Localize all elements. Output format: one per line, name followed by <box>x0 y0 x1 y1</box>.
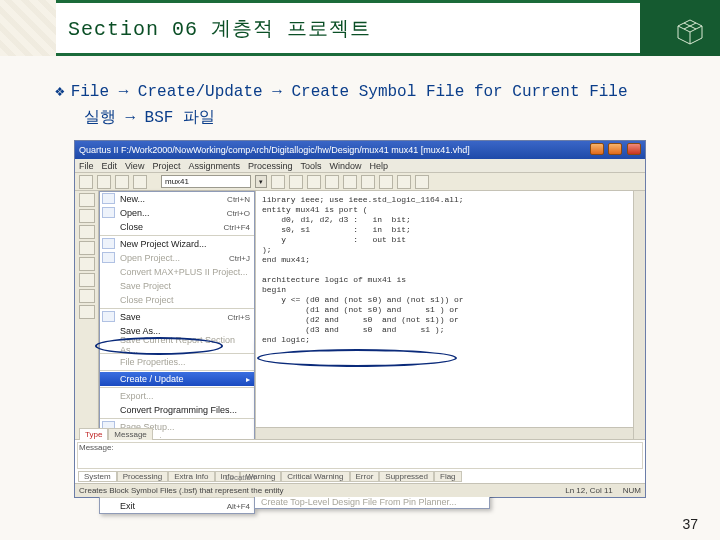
maximize-button[interactable] <box>608 143 622 155</box>
menu-help[interactable]: Help <box>370 161 389 171</box>
menu-item-label: Exit <box>120 501 135 511</box>
left-tool-icon[interactable] <box>79 225 95 239</box>
toolbar-new-icon[interactable] <box>79 175 93 189</box>
messages-tab[interactable]: Extra Info <box>168 471 214 482</box>
menu-item-icon <box>102 311 115 322</box>
left-tool-icon[interactable] <box>79 305 95 319</box>
left-tool-icon[interactable] <box>79 209 95 223</box>
file-menu-item[interactable]: Convert Programming Files... <box>100 403 254 417</box>
statusbar: Creates Block Symbol Files (.bsf) that r… <box>75 483 645 497</box>
left-tool-icon[interactable] <box>79 289 95 303</box>
menu-item-shortcut: Ctrl+S <box>228 313 250 322</box>
menu-item-shortcut: Ctrl+J <box>229 254 250 263</box>
slide-deco-left <box>0 0 56 56</box>
file-menu-item[interactable]: New Project Wizard... <box>100 237 254 251</box>
toolbar-icon[interactable] <box>415 175 429 189</box>
messages-panel: Type Message Message: SystemProcessingEx… <box>75 439 645 483</box>
menu-item-label: New... <box>120 194 145 204</box>
file-menu-item[interactable]: Create / Update▸ <box>100 372 254 386</box>
project-selector[interactable]: mux41 <box>161 175 251 188</box>
messages-tab[interactable]: Suppressed <box>379 471 434 482</box>
numlock-indicator: NUM <box>623 486 641 495</box>
file-menu-item: Save Project <box>100 279 254 293</box>
toolbar-icon[interactable] <box>325 175 339 189</box>
menubar[interactable]: FileEditViewProjectAssignmentsProcessing… <box>75 159 645 173</box>
menu-item-label: New Project Wizard... <box>120 239 207 249</box>
cursor-position: Ln 12, Col 11 <box>565 486 613 495</box>
messages-tab[interactable]: Error <box>350 471 380 482</box>
project-selector-value: mux41 <box>165 177 189 186</box>
messages-tab[interactable]: Flag <box>434 471 462 482</box>
messages-list[interactable] <box>77 442 643 469</box>
messages-header-tabs: Type Message <box>79 428 153 440</box>
menu-item-shortcut: Ctrl+F4 <box>224 223 250 232</box>
messages-tab-type[interactable]: Type <box>79 428 108 440</box>
menu-item-shortcut: Ctrl+O <box>227 209 250 218</box>
menu-project[interactable]: Project <box>152 161 180 171</box>
file-menu-item: Open Project...Ctrl+J <box>100 251 254 265</box>
window-titlebar[interactable]: Quartus II F:/Work2000/NowWorking/compAr… <box>75 141 645 159</box>
file-menu-item[interactable]: Open...Ctrl+O <box>100 206 254 220</box>
file-menu-item[interactable]: CloseCtrl+F4 <box>100 220 254 234</box>
toolbar-icon[interactable] <box>361 175 375 189</box>
left-tool-icon[interactable] <box>79 241 95 255</box>
file-menu-item[interactable]: New...Ctrl+N <box>100 192 254 206</box>
location-label: Location <box>225 473 255 482</box>
left-tool-column <box>75 191 99 439</box>
toolbar-icon[interactable] <box>289 175 303 189</box>
messages-category-tabs: SystemProcessingExtra InfoInfoWarningCri… <box>78 471 462 482</box>
menu-item-label: File Properties... <box>120 357 186 367</box>
vertical-scrollbar[interactable] <box>633 191 645 439</box>
toolbar-open-icon[interactable] <box>97 175 111 189</box>
menu-item-label: Close <box>120 222 143 232</box>
menu-tools[interactable]: Tools <box>300 161 321 171</box>
menu-edit[interactable]: Edit <box>102 161 118 171</box>
menu-item-shortcut: Alt+F4 <box>227 502 250 511</box>
menu-processing[interactable]: Processing <box>248 161 293 171</box>
menu-item-label: Open Project... <box>120 253 180 263</box>
menu-item-label: Save <box>120 312 141 322</box>
messages-tab[interactable]: System <box>78 471 117 482</box>
menu-item-label: Export... <box>120 391 154 401</box>
slide-deco-right <box>640 0 720 56</box>
messages-tab-message[interactable]: Message <box>108 428 152 440</box>
menu-item-icon <box>102 193 115 204</box>
menu-view[interactable]: View <box>125 161 144 171</box>
menu-item-icon <box>102 207 115 218</box>
left-tool-icon[interactable] <box>79 257 95 271</box>
toolbar-save-icon[interactable] <box>115 175 129 189</box>
minimize-button[interactable] <box>590 143 604 155</box>
menu-item-label: Save Project <box>120 281 171 291</box>
close-button[interactable] <box>627 143 641 155</box>
menu-file[interactable]: File <box>79 161 94 171</box>
toolbar-icon[interactable] <box>343 175 357 189</box>
menu-window[interactable]: Window <box>329 161 361 171</box>
window-title: Quartus II F:/Work2000/NowWorking/compAr… <box>79 145 470 155</box>
horizontal-scrollbar[interactable] <box>256 427 633 439</box>
toolbar-print-icon[interactable] <box>133 175 147 189</box>
bullet-diamond-icon: ❖ <box>55 83 65 101</box>
menu-item-label: Convert Programming Files... <box>120 405 237 415</box>
section-title: Section 06 계층적 프로젝트 <box>68 15 628 42</box>
toolbar-icon[interactable] <box>307 175 321 189</box>
project-selector-dropdown-icon[interactable]: ▾ <box>255 175 267 188</box>
toolbar-icon[interactable] <box>397 175 411 189</box>
messages-tab[interactable]: Processing <box>117 471 169 482</box>
file-menu-item[interactable]: SaveCtrl+S <box>100 310 254 324</box>
menu-assignments[interactable]: Assignments <box>188 161 240 171</box>
menu-item-label: Convert MAX+PLUS II Project... <box>120 267 248 277</box>
code-editor[interactable]: library ieee; use ieee.std_logic_1164.al… <box>255 191 645 439</box>
quartus-window: Quartus II F:/Work2000/NowWorking/compAr… <box>74 140 646 498</box>
instruction-block: ❖File → Create/Update → Create Symbol Fi… <box>55 80 700 131</box>
file-menu-item: Export... <box>100 389 254 403</box>
page-number: 37 <box>682 516 698 532</box>
toolbar-icon[interactable] <box>379 175 393 189</box>
left-tool-icon[interactable] <box>79 273 95 287</box>
messages-tab[interactable]: Critical Warning <box>281 471 349 482</box>
left-tool-icon[interactable] <box>79 193 95 207</box>
submenu-arrow-icon: ▸ <box>246 375 250 384</box>
toolbar-icon[interactable] <box>271 175 285 189</box>
menu-item-icon <box>102 252 115 263</box>
file-menu-item[interactable]: ExitAlt+F4 <box>100 499 254 513</box>
workarea: New...Ctrl+NOpen...Ctrl+OCloseCtrl+F4New… <box>75 191 645 439</box>
